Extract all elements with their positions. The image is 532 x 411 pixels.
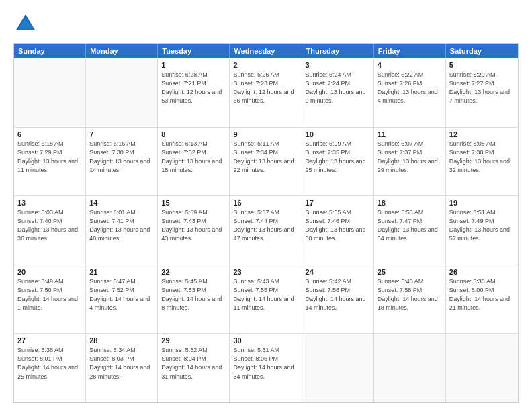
day-number: 9 <box>233 130 298 138</box>
calendar-day-18: 18Sunrise: 5:53 AMSunset: 7:47 PMDayligh… <box>374 196 446 265</box>
calendar-day-23: 23Sunrise: 5:43 AMSunset: 7:55 PMDayligh… <box>230 265 302 334</box>
day-number: 3 <box>306 61 370 69</box>
sunrise-text: Sunrise: 5:53 AM <box>378 209 424 216</box>
day-number: 29 <box>161 336 226 345</box>
calendar-day-16: 16Sunrise: 5:57 AMSunset: 7:44 PMDayligh… <box>230 196 302 265</box>
calendar-empty-cell <box>14 58 86 127</box>
daylight-text: Daylight: 14 hours and 18 minutes. <box>378 295 438 311</box>
sunrise-text: Sunrise: 5:42 AM <box>306 278 352 285</box>
sunrise-text: Sunrise: 5:49 AM <box>17 278 64 285</box>
day-number: 24 <box>306 268 370 276</box>
day-number: 10 <box>306 130 370 138</box>
sunset-text: Sunset: 8:03 PM <box>89 355 134 362</box>
cell-sun-info: Sunrise: 6:20 AMSunset: 7:27 PMDaylight:… <box>449 71 515 105</box>
day-number: 30 <box>233 336 298 345</box>
sunset-text: Sunset: 7:52 PM <box>89 287 134 293</box>
calendar-day-28: 28Sunrise: 5:34 AMSunset: 8:03 PMDayligh… <box>86 334 158 402</box>
daylight-text: Daylight: 13 hours and 43 minutes. <box>161 226 222 242</box>
weekday-header-thursday: Thursday <box>302 44 374 58</box>
calendar-day-30: 30Sunrise: 5:31 AMSunset: 8:06 PMDayligh… <box>230 334 302 402</box>
cell-sun-info: Sunrise: 5:59 AMSunset: 7:43 PMDaylight:… <box>161 208 226 243</box>
calendar-day-12: 12Sunrise: 6:05 AMSunset: 7:38 PMDayligh… <box>446 128 518 196</box>
cell-sun-info: Sunrise: 5:47 AMSunset: 7:52 PMDaylight:… <box>89 277 154 312</box>
calendar-empty-cell <box>374 334 446 402</box>
sunrise-text: Sunrise: 5:40 AM <box>378 278 424 285</box>
cell-sun-info: Sunrise: 5:53 AMSunset: 7:47 PMDaylight:… <box>378 208 442 243</box>
daylight-text: Daylight: 13 hours and 22 minutes. <box>233 158 294 173</box>
sunrise-text: Sunrise: 6:01 AM <box>89 209 136 216</box>
calendar-row-2: 13Sunrise: 6:03 AMSunset: 7:40 PMDayligh… <box>14 196 518 265</box>
calendar-day-27: 27Sunrise: 5:36 AMSunset: 8:01 PMDayligh… <box>14 334 86 402</box>
sunset-text: Sunset: 7:29 PM <box>17 149 62 156</box>
day-number: 8 <box>161 130 226 138</box>
daylight-text: Daylight: 13 hours and 32 minutes. <box>449 158 510 173</box>
calendar-day-4: 4Sunrise: 6:22 AMSunset: 7:26 PMDaylight… <box>374 58 446 127</box>
daylight-text: Daylight: 14 hours and 11 minutes. <box>233 295 294 311</box>
sunrise-text: Sunrise: 5:45 AM <box>161 278 208 285</box>
sunset-text: Sunset: 7:47 PM <box>378 218 423 224</box>
daylight-text: Daylight: 13 hours and 29 minutes. <box>378 158 438 173</box>
day-number: 5 <box>449 61 515 69</box>
cell-sun-info: Sunrise: 5:55 AMSunset: 7:46 PMDaylight:… <box>306 208 370 243</box>
sunrise-text: Sunrise: 6:13 AM <box>161 140 208 147</box>
cell-sun-info: Sunrise: 5:36 AMSunset: 8:01 PMDaylight:… <box>17 346 82 381</box>
calendar: SundayMondayTuesdayWednesdayThursdayFrid… <box>13 43 519 403</box>
sunrise-text: Sunrise: 5:51 AM <box>449 209 496 216</box>
daylight-text: Daylight: 13 hours and 25 minutes. <box>306 158 366 173</box>
daylight-text: Daylight: 14 hours and 1 minute. <box>17 295 78 311</box>
calendar-day-21: 21Sunrise: 5:47 AMSunset: 7:52 PMDayligh… <box>86 265 158 334</box>
calendar-day-3: 3Sunrise: 6:24 AMSunset: 7:24 PMDaylight… <box>302 58 374 127</box>
calendar-day-10: 10Sunrise: 6:09 AMSunset: 7:35 PMDayligh… <box>302 128 374 196</box>
weekday-header-monday: Monday <box>86 44 158 58</box>
sunrise-text: Sunrise: 5:59 AM <box>161 209 208 216</box>
logo <box>13 12 40 36</box>
daylight-text: Daylight: 13 hours and 54 minutes. <box>378 226 438 242</box>
day-number: 20 <box>17 268 82 276</box>
sunset-text: Sunset: 7:21 PM <box>161 80 206 87</box>
sunset-text: Sunset: 8:06 PM <box>233 355 278 362</box>
daylight-text: Daylight: 12 hours and 56 minutes. <box>233 89 294 104</box>
sunrise-text: Sunrise: 6:26 AM <box>233 71 279 78</box>
calendar-empty-cell <box>302 334 374 402</box>
calendar-body: 1Sunrise: 6:28 AMSunset: 7:21 PMDaylight… <box>14 58 518 402</box>
day-number: 15 <box>161 199 226 207</box>
calendar-day-26: 26Sunrise: 5:38 AMSunset: 8:00 PMDayligh… <box>446 265 518 334</box>
daylight-text: Daylight: 14 hours and 28 minutes. <box>89 364 150 379</box>
calendar-day-22: 22Sunrise: 5:45 AMSunset: 7:53 PMDayligh… <box>158 265 230 334</box>
sunrise-text: Sunrise: 6:09 AM <box>306 140 352 147</box>
cell-sun-info: Sunrise: 5:45 AMSunset: 7:53 PMDaylight:… <box>161 277 226 312</box>
sunset-text: Sunset: 7:34 PM <box>233 149 278 156</box>
cell-sun-info: Sunrise: 6:22 AMSunset: 7:26 PMDaylight:… <box>378 71 442 105</box>
cell-sun-info: Sunrise: 5:34 AMSunset: 8:03 PMDaylight:… <box>89 346 154 381</box>
calendar-day-15: 15Sunrise: 5:59 AMSunset: 7:43 PMDayligh… <box>158 196 230 265</box>
cell-sun-info: Sunrise: 5:51 AMSunset: 7:49 PMDaylight:… <box>449 208 515 243</box>
sunset-text: Sunset: 7:50 PM <box>17 287 62 293</box>
day-number: 12 <box>449 130 515 138</box>
sunrise-text: Sunrise: 6:07 AM <box>378 140 424 147</box>
day-number: 22 <box>161 268 226 276</box>
sunrise-text: Sunrise: 6:03 AM <box>17 209 64 216</box>
cell-sun-info: Sunrise: 6:24 AMSunset: 7:24 PMDaylight:… <box>306 71 370 105</box>
day-number: 17 <box>306 199 370 207</box>
day-number: 13 <box>17 199 82 207</box>
day-number: 26 <box>449 268 515 276</box>
sunrise-text: Sunrise: 5:32 AM <box>161 347 208 353</box>
sunset-text: Sunset: 7:26 PM <box>378 80 423 87</box>
day-number: 23 <box>233 268 298 276</box>
calendar-day-25: 25Sunrise: 5:40 AMSunset: 7:58 PMDayligh… <box>374 265 446 334</box>
sunrise-text: Sunrise: 5:34 AM <box>89 347 136 353</box>
sunset-text: Sunset: 7:32 PM <box>161 149 206 156</box>
sunset-text: Sunset: 7:27 PM <box>449 80 494 87</box>
sunset-text: Sunset: 8:00 PM <box>449 287 494 293</box>
day-number: 2 <box>233 61 298 69</box>
daylight-text: Daylight: 12 hours and 53 minutes. <box>161 89 222 104</box>
sunset-text: Sunset: 8:04 PM <box>161 355 206 362</box>
cell-sun-info: Sunrise: 6:18 AMSunset: 7:29 PMDaylight:… <box>17 140 82 175</box>
weekday-header-wednesday: Wednesday <box>230 44 302 58</box>
calendar-day-13: 13Sunrise: 6:03 AMSunset: 7:40 PMDayligh… <box>14 196 86 265</box>
cell-sun-info: Sunrise: 5:42 AMSunset: 7:56 PMDaylight:… <box>306 277 370 312</box>
sunrise-text: Sunrise: 6:24 AM <box>306 71 352 78</box>
day-number: 11 <box>378 130 442 138</box>
cell-sun-info: Sunrise: 6:03 AMSunset: 7:40 PMDaylight:… <box>17 208 82 243</box>
weekday-header-saturday: Saturday <box>446 44 518 58</box>
